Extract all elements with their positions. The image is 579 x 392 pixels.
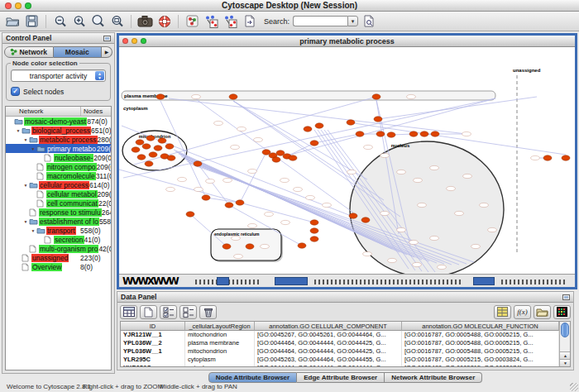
network-small-node[interactable]: [480, 203, 489, 207]
network-small-node[interactable]: [430, 165, 439, 170]
close-button[interactable]: [5, 2, 12, 9]
table-cell[interactable]: plasma membrane: [185, 339, 255, 347]
float-data-panel-icon[interactable]: [562, 294, 570, 300]
table-row[interactable]: YLR295Ccytoplasm[GO:0045263, GO:0044464,…: [121, 356, 570, 364]
help-lifesaver-icon[interactable]: [156, 13, 172, 29]
layout-region-icon[interactable]: [223, 13, 238, 29]
network-small-node[interactable]: [364, 145, 373, 149]
network-small-node[interactable]: [531, 155, 540, 160]
network-small-node[interactable]: [430, 236, 439, 240]
network-small-node[interactable]: [232, 236, 241, 240]
table-column-header[interactable]: _cellularLayoutRegion: [185, 322, 255, 331]
tree-row[interactable]: ▼biological_process651(0): [6, 126, 111, 135]
network-small-node[interactable]: [194, 187, 203, 191]
zoom-selected-icon[interactable]: [90, 13, 106, 29]
save-session-icon[interactable]: [24, 13, 40, 29]
table-cell[interactable]: cytoplasm: [185, 356, 255, 364]
network-small-node[interactable]: [254, 137, 263, 141]
zoom-window-button[interactable]: [25, 2, 31, 9]
network-node[interactable]: [272, 157, 280, 162]
table-cell[interactable]: [GO:0044464, GO:0044446, GO:0044444, G..…: [255, 364, 402, 367]
import-attributes-icon[interactable]: [534, 305, 551, 319]
table-cell[interactable]: [GO:0016787, GO:0005488, GO:0005215, G..…: [402, 331, 559, 339]
tab-mosaic[interactable]: Mosaic: [54, 46, 103, 58]
table-cell[interactable]: [GO:0045267, GO:0045261, GO:0044464, G..…: [255, 331, 402, 339]
network-node[interactable]: [132, 147, 140, 152]
scrollbar-thumb[interactable]: [561, 323, 569, 337]
network-small-node[interactable]: [414, 178, 423, 182]
snapshot-camera-icon[interactable]: [137, 13, 153, 29]
tree-row[interactable]: cell communicat22(0): [6, 198, 111, 208]
tree-row[interactable]: ▼establishment of lo558(0): [6, 217, 111, 226]
network-node[interactable]: [146, 136, 155, 141]
table-cell[interactable]: [GO:0016787, GO:0005488, GO:0005215, G..…: [402, 347, 559, 356]
network-node[interactable]: [154, 146, 162, 151]
network-node[interactable]: [246, 244, 254, 249]
tree-row[interactable]: ▼cellular process614(0): [6, 180, 111, 189]
table-cell[interactable]: [GO:0044464, GO:0044444, GO:0044425, G..…: [255, 347, 402, 356]
network-close-button[interactable]: [122, 38, 128, 44]
network-small-node[interactable]: [231, 145, 240, 149]
open-session-icon[interactable]: [5, 13, 21, 29]
network-node[interactable]: [165, 144, 174, 149]
table-cell[interactable]: [GO:0044464, GO:0044444, GO:0044425, G..…: [255, 339, 402, 347]
network-node[interactable]: [310, 141, 318, 146]
network-node[interactable]: [310, 237, 318, 241]
network-node[interactable]: [149, 152, 157, 157]
tree-row[interactable]: response to stimulu264(0): [6, 208, 111, 217]
tree-expand-arrow[interactable]: ▼: [15, 128, 22, 133]
network-node[interactable]: [137, 155, 146, 160]
tab-overflow-arrow[interactable]: ▶: [102, 46, 112, 58]
table-row[interactable]: YJR121W__1mitochondrion[GO:0045267, GO:0…: [121, 331, 570, 339]
table-row[interactable]: YKR052Ccytoplasm[GO:0044464, GO:0044446,…: [121, 364, 570, 367]
tree-expand-arrow[interactable]: ▼: [22, 219, 29, 224]
network-canvas[interactable]: plasma membrane cytoplasm mitochondrion …: [119, 47, 575, 274]
tree-row[interactable]: macromolecule311(0): [6, 171, 111, 180]
network-node[interactable]: [387, 132, 395, 137]
network-small-node[interactable]: [234, 254, 243, 258]
table-column-header[interactable]: annotation.GO MOLECULAR_FUNCTION: [402, 322, 559, 331]
search-dropdown-arrow[interactable]: ▾: [347, 16, 358, 26]
network-edge[interactable]: [134, 97, 376, 165]
table-cell[interactable]: mitochondrion: [185, 347, 255, 356]
network-node[interactable]: [374, 117, 382, 122]
minimize-button[interactable]: [15, 2, 22, 9]
network-node[interactable]: [562, 155, 570, 160]
resize-grip[interactable]: [570, 383, 578, 391]
network-small-node[interactable]: [261, 244, 270, 248]
network-small-node[interactable]: [413, 262, 422, 266]
network-minimize-button[interactable]: [132, 38, 137, 44]
table-cell[interactable]: [GO:0045263, GO:0044464, GO:0044455, G..…: [255, 356, 402, 364]
delete-attribute-icon[interactable]: [199, 305, 217, 319]
network-node[interactable]: [347, 120, 355, 125]
tree-row[interactable]: nucleobase-209(0): [6, 153, 111, 162]
tree-row[interactable]: Overview8(0): [6, 262, 111, 271]
network-node[interactable]: [136, 140, 144, 145]
tree-row[interactable]: secretion41(0): [6, 235, 111, 244]
network-node[interactable]: [223, 244, 231, 249]
network-small-node[interactable]: [363, 251, 372, 256]
network-small-node[interactable]: [462, 131, 471, 136]
tab-node-attribute-browser[interactable]: Node Attribute Browser: [208, 372, 298, 383]
network-edge[interactable]: [206, 198, 240, 203]
network-small-node[interactable]: [178, 177, 187, 181]
tab-network-attribute-browser[interactable]: Network Attribute Browser: [385, 372, 482, 383]
network-small-node[interactable]: [455, 211, 464, 215]
network-node[interactable]: [167, 155, 175, 160]
network-node[interactable]: [372, 94, 380, 99]
table-column-header[interactable]: ID: [121, 322, 185, 331]
network-node[interactable]: [310, 220, 318, 225]
network-small-node[interactable]: [166, 187, 175, 191]
network-node[interactable]: [229, 94, 237, 99]
network-small-node[interactable]: [347, 170, 356, 174]
network-node[interactable]: [186, 212, 194, 217]
network-small-node[interactable]: [438, 265, 447, 269]
tab-edge-attribute-browser[interactable]: Edge Attribute Browser: [297, 372, 385, 383]
network-small-node[interactable]: [248, 223, 257, 227]
network-node[interactable]: [225, 203, 233, 208]
attribute-table-icon[interactable]: [494, 305, 511, 319]
network-node[interactable]: [431, 131, 439, 136]
network-node[interactable]: [315, 123, 323, 128]
table-scrollbar[interactable]: ▲ ▼: [559, 322, 570, 366]
network-small-node[interactable]: [323, 203, 332, 207]
